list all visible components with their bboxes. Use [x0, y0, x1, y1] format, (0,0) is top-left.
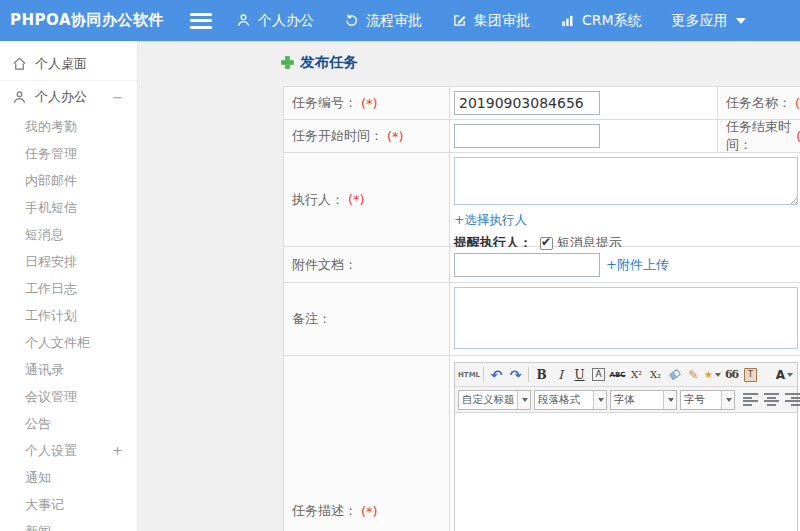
align-center-icon[interactable]	[764, 393, 779, 406]
font-size-dropdown[interactable]: 字号	[680, 390, 735, 410]
required-mark: (*)	[361, 96, 378, 111]
caret-down-icon	[787, 373, 793, 377]
publish-task-form: 任务编号：(*) 任务名称：(*) 任务开始时间：(*) 任务结束时间：(*)	[283, 86, 800, 531]
sidebar-item-work-log[interactable]: 工作日志	[0, 275, 137, 302]
editor-content-area[interactable]	[455, 413, 797, 531]
caret-down-icon	[598, 398, 604, 402]
expand-icon[interactable]: +	[112, 437, 123, 464]
task-name-label: 任务名称：(*)	[718, 87, 800, 119]
auto-typeset-icon[interactable]: ★	[703, 366, 722, 384]
align-left-icon[interactable]	[743, 393, 758, 406]
executor-label: 执行人：(*)	[284, 153, 450, 246]
sidebar-item-personal-office[interactable]: 个人办公 −	[0, 81, 137, 113]
nav-label: CRM系统	[582, 12, 642, 30]
start-time-input[interactable]	[454, 124, 600, 148]
sidebar-item-work-plan[interactable]: 工作计划	[0, 302, 137, 329]
description-label: 任务描述：(*)	[284, 356, 450, 531]
blockquote-icon[interactable]: 66	[722, 366, 741, 384]
form-row-attachment: 附件文档： +附件上传	[284, 247, 800, 283]
sidebar-item-label: 个人办公	[35, 88, 87, 106]
sidebar-item-announcement[interactable]: 公告	[0, 410, 137, 437]
page-title: 发布任务	[281, 53, 358, 72]
subscript-icon[interactable]: X₂	[646, 366, 665, 384]
attachment-upload-link[interactable]: +附件上传	[606, 256, 669, 274]
user-icon	[12, 90, 27, 105]
select-executor-link[interactable]: +选择执行人	[454, 212, 527, 229]
user-icon	[236, 13, 251, 28]
caret-down-icon	[522, 398, 528, 402]
nav-label: 集团审批	[474, 12, 530, 30]
sidebar-item-desktop[interactable]: 个人桌面	[0, 47, 137, 81]
eraser-icon[interactable]	[665, 366, 684, 384]
sidebar-item-file-cabinet[interactable]: 个人文件柜	[0, 329, 137, 356]
nav-label: 个人办公	[258, 12, 314, 30]
required-mark: (*)	[361, 504, 378, 519]
rich-text-editor: HTML ↶ ↷ B I U A ABC X² X₂ ✎	[454, 362, 798, 531]
sidebar: 个人桌面 个人办公 − 我的考勤 任务管理 内部邮件 手机短信 短消息 日程安排…	[0, 41, 138, 531]
nav-workflow-approval[interactable]: 流程审批	[344, 12, 422, 30]
align-right-icon[interactable]	[785, 393, 800, 406]
undo-icon[interactable]: ↶	[487, 366, 506, 384]
underline-icon[interactable]: U	[570, 366, 589, 384]
form-row-task-number: 任务编号：(*) 任务名称：(*)	[284, 87, 800, 120]
sidebar-item-notice[interactable]: 通知	[0, 464, 137, 491]
nav-group-approval[interactable]: 集团审批	[452, 12, 530, 30]
sidebar-item-short-message[interactable]: 短消息	[0, 221, 137, 248]
sidebar-item-schedule[interactable]: 日程安排	[0, 248, 137, 275]
task-number-label: 任务编号：(*)	[284, 87, 450, 119]
sidebar-item-news[interactable]: 新闻	[0, 518, 137, 531]
font-family-dropdown[interactable]: 字体	[610, 390, 677, 410]
sidebar-item-task-management[interactable]: 任务管理	[0, 140, 137, 167]
sidebar-item-internal-mail[interactable]: 内部邮件	[0, 167, 137, 194]
sidebar-item-label: 个人桌面	[35, 55, 87, 73]
nav-label: 更多应用	[672, 12, 728, 30]
sidebar-submenu: 我的考勤 任务管理 内部邮件 手机短信 短消息 日程安排 工作日志 工作计划 个…	[0, 113, 137, 531]
form-row-remark: 备注：	[284, 283, 800, 356]
topbar: PHPOA协同办公软件 个人办公 流程审批 集团审批 CRM系统 更多应用	[0, 0, 800, 41]
form-row-description: 任务描述：(*) HTML ↶ ↷ B I U A ABC X²	[284, 356, 800, 531]
remark-label: 备注：	[284, 283, 450, 355]
sidebar-item-meeting[interactable]: 会议管理	[0, 383, 137, 410]
task-number-input[interactable]	[454, 91, 600, 115]
edit-icon	[452, 13, 467, 28]
caret-down-icon	[736, 18, 746, 24]
collapse-icon[interactable]: −	[112, 90, 123, 105]
paragraph-format-dropdown[interactable]: 段落格式	[534, 390, 607, 410]
attachment-label: 附件文档：	[284, 247, 450, 282]
sidebar-item-sms[interactable]: 手机短信	[0, 194, 137, 221]
menu-icon[interactable]	[190, 13, 212, 29]
required-mark: (*)	[348, 192, 365, 207]
nav-more-apps[interactable]: 更多应用	[672, 12, 746, 30]
form-row-executor: 执行人：(*) +选择执行人 提醒执行人： 短消息提示	[284, 153, 800, 247]
sidebar-item-milestones[interactable]: 大事记	[0, 491, 137, 518]
nav-crm-system[interactable]: CRM系统	[560, 12, 642, 30]
editor-toolbar-row2: 自定义标题 段落格式 字体 字号	[455, 387, 797, 413]
sidebar-item-attendance[interactable]: 我的考勤	[0, 113, 137, 140]
required-mark: (*)	[387, 129, 404, 144]
superscript-icon[interactable]: X²	[627, 366, 646, 384]
nav-personal-office[interactable]: 个人办公	[236, 12, 314, 30]
font-color-box-icon[interactable]: A	[589, 366, 608, 384]
italic-icon[interactable]: I	[551, 366, 570, 384]
strikethrough-icon[interactable]: ABC	[608, 366, 627, 384]
format-brush-icon[interactable]: ✎	[684, 366, 703, 384]
bold-icon[interactable]: B	[532, 366, 551, 384]
remark-textarea[interactable]	[454, 287, 798, 349]
sms-remind-checkbox[interactable]	[540, 237, 553, 250]
redo-icon[interactable]: ↷	[506, 366, 525, 384]
form-row-start-time: 任务开始时间：(*) 任务结束时间：(*)	[284, 120, 800, 153]
sidebar-item-contacts[interactable]: 通讯录	[0, 356, 137, 383]
html-source-icon[interactable]: HTML	[458, 366, 480, 384]
sidebar-item-personal-settings[interactable]: 个人设置+	[0, 437, 137, 464]
caret-down-icon	[668, 398, 674, 402]
text-color-icon[interactable]: A	[775, 366, 794, 384]
history-icon	[344, 13, 359, 28]
caret-down-icon	[715, 373, 721, 377]
required-mark: (*)	[795, 96, 800, 111]
paste-as-text-icon[interactable]: T	[741, 366, 760, 384]
required-mark: (*)	[796, 129, 800, 144]
executor-textarea[interactable]	[454, 157, 798, 205]
custom-heading-dropdown[interactable]: 自定义标题	[458, 390, 531, 410]
attachment-input[interactable]	[454, 253, 600, 277]
nav-label: 流程审批	[366, 12, 422, 30]
